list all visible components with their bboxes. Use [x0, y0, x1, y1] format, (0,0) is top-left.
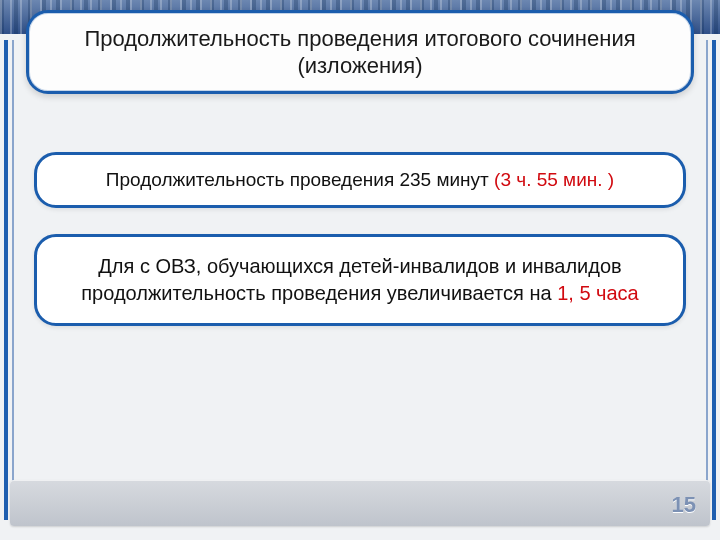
slide: Продолжительность проведения итогового с…: [0, 0, 720, 540]
decorative-left-rule: [4, 40, 20, 520]
ovz-box: Для с ОВЗ, обучающихся детей-инвалидов и…: [34, 234, 686, 326]
ovz-line2-highlight: 1, 5 часа: [557, 282, 639, 304]
duration-text: Продолжительность проведения 235 минут (…: [106, 169, 614, 191]
ovz-line2: продолжительность проведения увеличивает…: [81, 280, 638, 307]
duration-highlight: (3 ч. 55 мин. ): [494, 169, 614, 190]
duration-box: Продолжительность проведения 235 минут (…: [34, 152, 686, 208]
duration-prefix: Продолжительность проведения 235 минут: [106, 169, 494, 190]
ovz-line2-prefix: продолжительность проведения увеличивает…: [81, 282, 557, 304]
page-number: 15: [672, 492, 696, 518]
decorative-bottom-band: [10, 480, 710, 526]
title-box: Продолжительность проведения итогового с…: [26, 10, 694, 94]
decorative-right-rule: [700, 40, 716, 520]
slide-title: Продолжительность проведения итогового с…: [53, 25, 667, 80]
ovz-line1: Для с ОВЗ, обучающихся детей-инвалидов и…: [98, 253, 621, 280]
